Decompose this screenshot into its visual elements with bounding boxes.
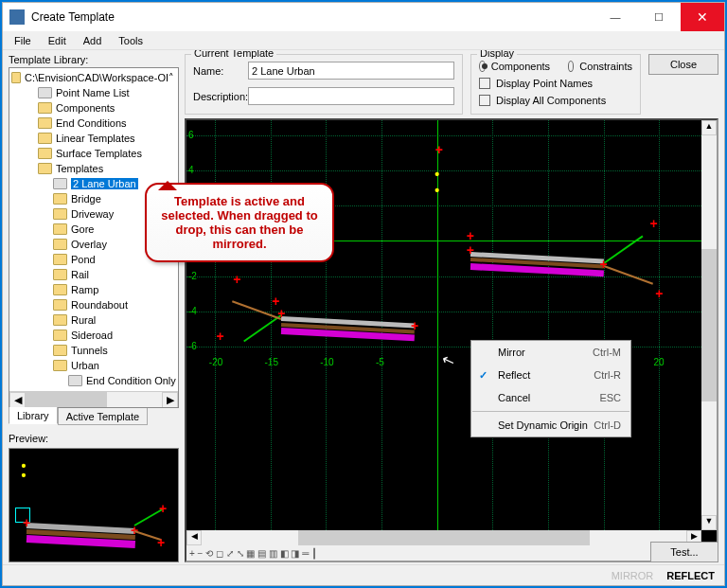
display-group: Display Components Constraints Display P…	[470, 54, 641, 115]
tree-item[interactable]: Rail	[11, 267, 176, 282]
right-panel: Current Template Name: Description: Disp…	[185, 54, 718, 562]
description-label: Description:	[193, 91, 248, 102]
tree-tabs: Library Active Template	[9, 408, 179, 425]
status-mirror: MIRROR	[612, 570, 654, 581]
tree-item[interactable]: Linear Templates	[11, 131, 176, 146]
tree-item[interactable]: Urban	[11, 358, 176, 373]
editor-canvas[interactable]: -20-15-10-55101520-6-4-2246••+++++++++++	[186, 120, 701, 530]
check-all-components[interactable]	[479, 95, 490, 106]
left-panel: Template Library: C:\EnvisionCAD\Workspa…	[9, 54, 179, 562]
status-reflect: REFLECT	[666, 570, 715, 581]
app-icon	[9, 9, 25, 25]
radio-components-label: Components	[491, 61, 550, 72]
description-field[interactable]	[248, 87, 454, 105]
tree-hscroll[interactable]: ◀▶	[9, 391, 178, 407]
canvas-hscroll[interactable]: ◀ ▶	[186, 530, 701, 545]
window-title: Create Template	[31, 10, 594, 24]
preview-label: Preview:	[9, 433, 179, 444]
radio-constraints[interactable]	[568, 61, 575, 72]
close-window-button[interactable]: ✕	[681, 3, 724, 31]
tree-item[interactable]: Roundabout	[11, 297, 176, 312]
name-field[interactable]	[248, 62, 454, 80]
tree-item[interactable]: Templates	[11, 161, 176, 176]
tree-item[interactable]: Sideroad	[11, 328, 176, 343]
canvas-toolbar[interactable]: + − ⟲ ◻ ⤢ ⤡ ▦ ▤ ▥ ◧ ◨ ═ ┃	[186, 545, 701, 561]
toolbar-icons[interactable]: + − ⟲ ◻ ⤢ ⤡ ▦ ▤ ▥ ◧ ◨ ═ ┃	[189, 548, 317, 559]
tree-item[interactable]: End Condition Only	[11, 373, 176, 388]
radio-components[interactable]	[479, 61, 486, 72]
tree-item[interactable]: End Conditions	[11, 116, 176, 131]
test-button[interactable]: Test...	[650, 542, 718, 562]
tree-item[interactable]: Rural	[11, 312, 176, 328]
menu-tools[interactable]: Tools	[111, 33, 151, 48]
tree-item[interactable]: Tunnels	[11, 343, 176, 358]
menu-add[interactable]: Add	[76, 33, 110, 48]
context-menu-item[interactable]: ReflectCtrl-R	[471, 364, 630, 386]
tab-active-template[interactable]: Active Template	[58, 408, 148, 425]
tree-item[interactable]: Ramp	[11, 282, 176, 297]
check-point-names[interactable]	[479, 78, 490, 89]
check-point-names-label: Display Point Names	[496, 78, 593, 89]
preview-canvas[interactable]: • • + + + +	[9, 448, 179, 562]
canvas-vscroll[interactable]: ▲ ▼	[701, 120, 717, 530]
tree-item[interactable]: Point Name List	[11, 85, 176, 100]
radio-constraints-label: Constraints	[579, 61, 632, 72]
close-button[interactable]: Close	[648, 54, 718, 75]
menu-file[interactable]: File	[7, 33, 39, 48]
check-all-components-label: Display All Components	[496, 95, 606, 106]
app-window: Create Template — ☐ ✕ File Edit Add Tool…	[2, 2, 725, 586]
template-library-label: Template Library:	[9, 54, 179, 65]
minimize-button[interactable]: —	[594, 3, 637, 31]
menu-edit[interactable]: Edit	[41, 33, 74, 48]
tree-item[interactable]: Components	[11, 100, 176, 116]
display-title: Display	[477, 50, 517, 59]
tree-item[interactable]: Surface Templates	[11, 146, 176, 161]
menubar: File Edit Add Tools	[3, 31, 724, 50]
status-bar: MIRROR REFLECT	[3, 564, 724, 585]
titlebar[interactable]: Create Template — ☐ ✕	[3, 3, 724, 31]
annotation-callout: Template is active and selected. When dr…	[145, 183, 334, 262]
name-label: Name:	[193, 65, 248, 77]
tab-library[interactable]: Library	[9, 407, 58, 424]
context-menu-item[interactable]: Set Dynamic OriginCtrl-D	[471, 414, 630, 437]
context-menu-item[interactable]: MirrorCtrl-M	[471, 341, 630, 364]
context-menu-item[interactable]: CancelESC	[471, 386, 630, 409]
current-template-title: Current Template	[191, 50, 276, 59]
context-menu[interactable]: MirrorCtrl-MReflectCtrl-RCancelESCSet Dy…	[470, 340, 631, 437]
current-template-group: Current Template Name: Description:	[185, 54, 463, 115]
maximize-button[interactable]: ☐	[637, 3, 681, 31]
